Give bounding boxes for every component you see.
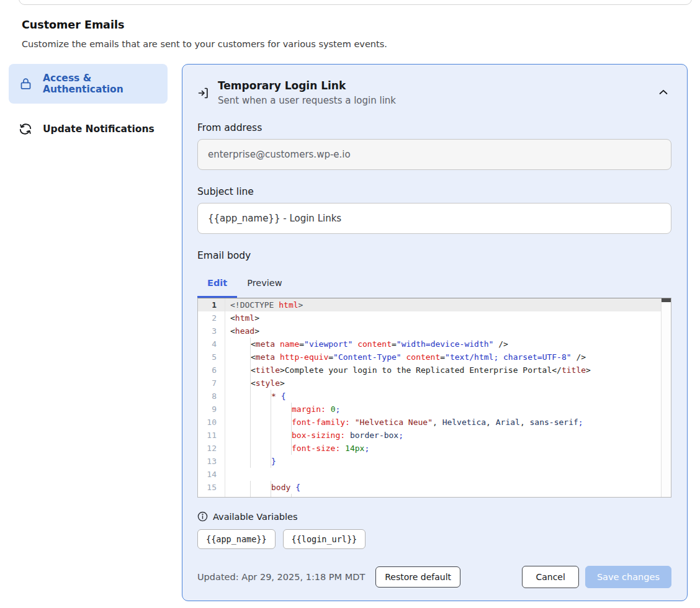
previous-card-edge: [19, 0, 692, 5]
code-editor[interactable]: 1<!DOCTYPE html>2<html>3<head>4<meta nam…: [197, 298, 671, 498]
sidebar-item-label: Access & Authentication: [43, 73, 158, 95]
code-line[interactable]: 10font-family: "Helvetica Neue", Helveti…: [198, 416, 671, 429]
editor-scrollbar-thumb[interactable]: [662, 298, 671, 302]
code-line[interactable]: 14: [198, 468, 671, 481]
variable-chip-app-name[interactable]: {{app_name}}: [197, 529, 276, 549]
code-line[interactable]: 4<meta name="viewport" content="width=de…: [198, 338, 671, 351]
sidebar-item-label: Update Notifications: [43, 123, 155, 135]
editor-scrollbar[interactable]: [661, 298, 671, 497]
collapse-button[interactable]: [655, 86, 671, 99]
code-line[interactable]: 5<meta http-equiv="Content-Type" content…: [198, 351, 671, 364]
login-icon: [197, 87, 210, 99]
code-line[interactable]: 11box-sizing: border-box;: [198, 429, 671, 442]
sidebar-item-update-notifications[interactable]: Update Notifications: [9, 114, 168, 145]
lock-icon: [19, 77, 32, 91]
customer-emails-page: Customer Emails Customize the emails tha…: [0, 0, 700, 608]
page-title: Customer Emails: [22, 19, 700, 31]
code-line[interactable]: 1<!DOCTYPE html>: [198, 298, 671, 311]
code-line[interactable]: 15body {: [198, 481, 671, 494]
code-line[interactable]: 8* {: [198, 390, 671, 403]
card-header: Temporary Login Link Sent when a user re…: [197, 79, 671, 106]
info-icon: [197, 511, 208, 522]
code-line[interactable]: 12font-size: 14px;: [198, 442, 671, 455]
updated-timestamp: Updated: Apr 29, 2025, 1:18 PM MDT: [197, 572, 365, 582]
temporary-login-link-card: Temporary Login Link Sent when a user re…: [182, 64, 688, 601]
subject-line-label: Subject line: [197, 186, 671, 197]
code-lines: 1<!DOCTYPE html>2<html>3<head>4<meta nam…: [198, 298, 671, 498]
card-title: Temporary Login Link: [218, 79, 396, 92]
card-subtitle: Sent when a user requests a login link: [218, 95, 396, 106]
email-body-tabs: Edit Preview: [197, 270, 671, 298]
email-body-label: Email body: [197, 250, 671, 261]
code-line[interactable]: 7<style>: [198, 377, 671, 390]
code-line[interactable]: 3<head>: [198, 324, 671, 338]
variable-chips: {{app_name}} {{login_url}}: [197, 529, 671, 549]
available-variables-header: Available Variables: [197, 511, 671, 522]
code-line[interactable]: 9margin: 0;: [198, 403, 671, 416]
sidebar-item-access-authentication[interactable]: Access & Authentication: [9, 64, 168, 104]
from-address-input[interactable]: [197, 139, 671, 170]
card-footer: Updated: Apr 29, 2025, 1:18 PM MDT Resto…: [197, 566, 671, 588]
save-changes-button[interactable]: Save changes: [585, 566, 671, 588]
available-variables-label: Available Variables: [213, 512, 298, 522]
variable-chip-login-url[interactable]: {{login_url}}: [283, 529, 366, 549]
settings-sidebar: Access & Authentication Update Notificat…: [9, 64, 168, 145]
code-line[interactable]: 2<html>: [198, 311, 671, 324]
refresh-icon: [19, 122, 32, 136]
tab-preview[interactable]: Preview: [237, 270, 292, 298]
code-line[interactable]: 6<title>Complete your login to the Repli…: [198, 364, 671, 377]
cancel-button[interactable]: Cancel: [522, 566, 578, 588]
subject-line-input[interactable]: [197, 203, 671, 234]
page-subtitle: Customize the emails that are sent to yo…: [22, 39, 700, 49]
from-address-label: From address: [197, 122, 671, 133]
chevron-up-icon: [659, 89, 668, 95]
code-line[interactable]: 13}: [198, 455, 671, 468]
code-line[interactable]: 16background-color: #ffffff;: [198, 494, 671, 498]
page-header: Customer Emails Customize the emails tha…: [0, 0, 700, 49]
restore-default-button[interactable]: Restore default: [375, 566, 460, 588]
tab-edit[interactable]: Edit: [197, 270, 237, 298]
